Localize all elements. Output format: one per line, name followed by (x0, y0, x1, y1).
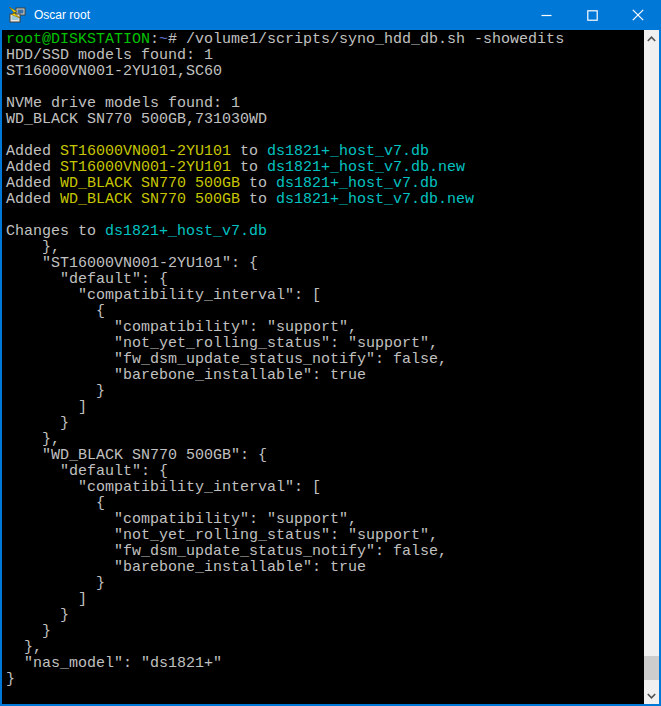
terminal-text-segment: "compatibility": "support", (6, 319, 357, 336)
terminal-line (6, 208, 644, 224)
terminal-text-segment: "not_yet_rolling_status": "support", (6, 527, 438, 544)
terminal-text-segment: to (240, 191, 276, 208)
terminal-line: { (6, 496, 644, 512)
terminal-line: "compatibility_interval": [ (6, 288, 644, 304)
terminal-line: } (6, 672, 644, 688)
terminal-line: "ST16000VN001-2YU101": { (6, 256, 644, 272)
terminal-line: }, (6, 640, 644, 656)
terminal-text-segment: Added (6, 191, 60, 208)
terminal-line: Added ST16000VN001-2YU101 to ds1821+_hos… (6, 160, 644, 176)
terminal-text-segment: } (6, 607, 69, 624)
terminal-text-segment: }, (6, 639, 42, 656)
terminal-line: } (6, 416, 644, 432)
terminal-text-segment: "barebone_installable": true (6, 367, 366, 384)
terminal-text-segment: }, (6, 431, 60, 448)
terminal-text-segment: } (6, 415, 69, 432)
terminal-line: "compatibility": "support", (6, 320, 644, 336)
terminal-text-segment: } (6, 575, 105, 592)
terminal-text-segment: root@DISKSTATION (6, 31, 150, 48)
terminal-text-segment: "default": { (6, 463, 168, 480)
terminal-line (6, 80, 644, 96)
terminal-line: }, (6, 432, 644, 448)
terminal-text-segment: Added (6, 175, 60, 192)
terminal-text-segment: to (240, 175, 276, 192)
terminal-line: "not_yet_rolling_status": "support", (6, 336, 644, 352)
maximize-button[interactable] (569, 0, 615, 30)
terminal-text-segment: NVMe drive models found: 1 (6, 95, 240, 112)
terminal-text-segment: ] (6, 591, 87, 608)
terminal-line: Added ST16000VN001-2YU101 to ds1821+_hos… (6, 144, 644, 160)
terminal-text-segment: "default": { (6, 271, 168, 288)
terminal-text-segment: to (231, 143, 267, 160)
terminal-line: "fw_dsm_update_status_notify": false, (6, 352, 644, 368)
terminal-line: WD_BLACK SN770 500GB,731030WD (6, 112, 644, 128)
terminal-line: "nas_model": "ds1821+" (6, 656, 644, 672)
terminal-text-segment: "fw_dsm_update_status_notify": false, (6, 351, 447, 368)
terminal-line: "default": { (6, 272, 644, 288)
terminal-line: HDD/SSD models found: 1 (6, 48, 644, 64)
terminal-text-segment: { (6, 303, 105, 320)
terminal-text-segment: "WD_BLACK SN770 500GB": { (6, 447, 267, 464)
titlebar[interactable]: Oscar root (0, 0, 661, 30)
scroll-down-button[interactable] (644, 687, 659, 704)
terminal-line: ] (6, 400, 644, 416)
terminal-line: Added WD_BLACK SN770 500GB to ds1821+_ho… (6, 192, 644, 208)
terminal-text-segment: } (6, 383, 105, 400)
terminal-text-segment: # /volume1/scripts/syno_hdd_db.sh -showe… (168, 31, 564, 48)
terminal-text-segment: "compatibility_interval": [ (6, 287, 321, 304)
terminal-text-segment: WD_BLACK SN770 500GB (60, 191, 240, 208)
putty-window: Oscar root root@DISKSTATION:~# /vo (0, 0, 661, 706)
terminal-text-segment: : (150, 31, 159, 48)
terminal-line: "default": { (6, 464, 644, 480)
terminal-text-segment: ST16000VN001-2YU101 (60, 143, 231, 160)
terminal-text-segment: "compatibility": "support", (6, 511, 357, 528)
window-title: Oscar root (34, 0, 90, 30)
scroll-up-button[interactable] (644, 30, 659, 47)
terminal-line: } (6, 624, 644, 640)
terminal-text-segment: ds1821+_host_v7.db (276, 175, 438, 192)
terminal-text-segment: "ST16000VN001-2YU101": { (6, 255, 258, 272)
terminal-text-segment: } (6, 671, 15, 688)
terminal-text-segment: "compatibility_interval": [ (6, 479, 321, 496)
terminal-line: "fw_dsm_update_status_notify": false, (6, 544, 644, 560)
scrollbar[interactable] (644, 30, 659, 704)
terminal-text-segment: ~ (159, 31, 168, 48)
terminal-line: NVMe drive models found: 1 (6, 96, 644, 112)
terminal-text-segment: to (231, 159, 267, 176)
terminal-output[interactable]: root@DISKSTATION:~# /volume1/scripts/syn… (2, 30, 644, 704)
terminal-line (6, 128, 644, 144)
terminal-text-segment: "nas_model": "ds1821+" (6, 655, 222, 672)
minimize-icon (541, 10, 552, 21)
putty-icon[interactable] (8, 7, 26, 24)
terminal-line: ] (6, 592, 644, 608)
chevron-up-icon (647, 36, 656, 42)
terminal-line: } (6, 384, 644, 400)
terminal-text-segment: "fw_dsm_update_status_notify": false, (6, 543, 447, 560)
terminal-line: "not_yet_rolling_status": "support", (6, 528, 644, 544)
minimize-button[interactable] (523, 0, 569, 30)
terminal-text-segment: HDD/SSD models found: 1 (6, 47, 213, 64)
terminal-line: "barebone_installable": true (6, 560, 644, 576)
terminal-text-segment: ] (6, 399, 87, 416)
terminal-text-segment: ST16000VN001-2YU101,SC60 (6, 63, 222, 80)
terminal-text-segment: ds1821+_host_v7.db.new (267, 159, 465, 176)
terminal-line: "compatibility": "support", (6, 512, 644, 528)
close-button[interactable] (615, 0, 661, 30)
terminal-line: ST16000VN001-2YU101,SC60 (6, 64, 644, 80)
terminal-text-segment: ds1821+_host_v7.db (105, 223, 267, 240)
terminal-text-segment: "barebone_installable": true (6, 559, 366, 576)
terminal-line: } (6, 608, 644, 624)
terminal-text-segment: { (6, 495, 105, 512)
terminal-text-segment: Changes to (6, 223, 105, 240)
terminal-text-segment: Added (6, 143, 60, 160)
terminal-text-segment: ds1821+_host_v7.db.new (276, 191, 474, 208)
terminal-text-segment: } (6, 623, 51, 640)
terminal-text-segment: "not_yet_rolling_status": "support", (6, 335, 438, 352)
maximize-icon (587, 10, 598, 21)
terminal-line: root@DISKSTATION:~# /volume1/scripts/syn… (6, 32, 644, 48)
terminal-line: Changes to ds1821+_host_v7.db (6, 224, 644, 240)
terminal-line: "barebone_installable": true (6, 368, 644, 384)
chevron-down-icon (647, 693, 656, 699)
scrollbar-thumb[interactable] (644, 656, 659, 680)
terminal-text-segment: ds1821+_host_v7.db (267, 143, 429, 160)
